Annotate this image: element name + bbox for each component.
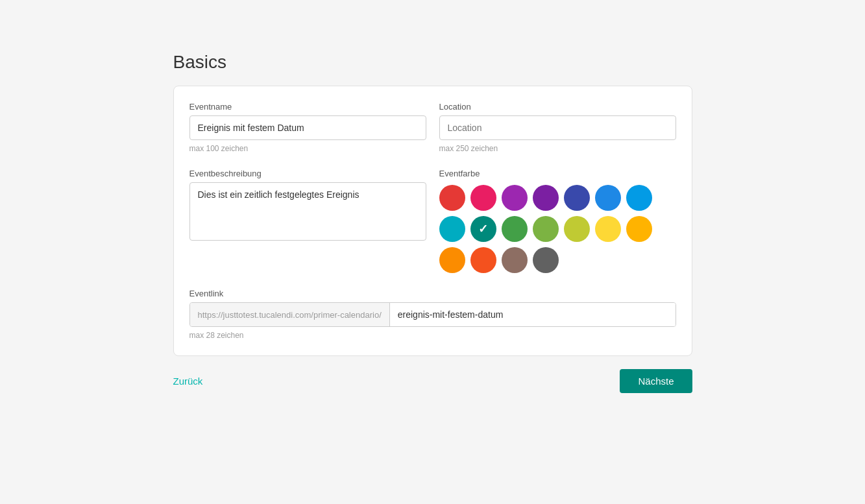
color-swatch-gray[interactable] <box>533 247 559 273</box>
color-swatch-red[interactable] <box>439 185 465 211</box>
color-swatch-sky-blue[interactable] <box>626 185 652 211</box>
description-group: Eventbeschreibung Dies ist ein zeitlich … <box>189 169 426 273</box>
color-swatch-deep-orange[interactable] <box>470 247 496 273</box>
eventlink-input[interactable] <box>390 303 676 326</box>
color-swatch-magenta[interactable] <box>502 185 528 211</box>
color-swatch-blue[interactable] <box>595 185 621 211</box>
color-swatch-cyan[interactable] <box>439 216 465 242</box>
location-input[interactable] <box>439 115 676 140</box>
form-card: Eventname max 100 zeichen Location max 2… <box>173 86 692 356</box>
color-grid <box>439 185 676 273</box>
color-swatch-brown[interactable] <box>502 247 528 273</box>
color-swatch-crimson[interactable] <box>470 185 496 211</box>
color-swatch-orange[interactable] <box>439 247 465 273</box>
eventlink-wrapper: https://justtotest.tucalendi.com/primer-… <box>189 302 676 327</box>
eventlink-prefix: https://justtotest.tucalendi.com/primer-… <box>190 303 390 326</box>
location-group: Location max 250 zeichen <box>439 102 676 153</box>
eventlink-label: Eventlink <box>189 289 676 298</box>
color-swatch-teal[interactable] <box>470 216 496 242</box>
description-input[interactable]: Dies ist ein zeitlich festgelegtes Ereig… <box>189 182 426 241</box>
eventlink-hint: max 28 zeichen <box>189 331 676 340</box>
next-button[interactable]: Nächste <box>620 369 692 393</box>
color-swatch-green[interactable] <box>502 216 528 242</box>
eventlink-group: Eventlink https://justtotest.tucalendi.c… <box>189 289 676 340</box>
color-swatch-lime[interactable] <box>564 216 590 242</box>
page-title: Basics <box>173 52 692 73</box>
color-swatch-purple[interactable] <box>533 185 559 211</box>
color-swatch-yellow[interactable] <box>595 216 621 242</box>
description-label: Eventbeschreibung <box>189 169 426 178</box>
color-swatch-amber[interactable] <box>626 216 652 242</box>
back-button[interactable]: Zurück <box>173 376 203 387</box>
location-label: Location <box>439 102 676 112</box>
eventname-group: Eventname max 100 zeichen <box>189 102 426 153</box>
eventfarbe-label: Eventfarbe <box>439 169 676 178</box>
eventname-input[interactable] <box>189 115 426 140</box>
color-swatch-navy[interactable] <box>564 185 590 211</box>
color-swatch-olive[interactable] <box>533 216 559 242</box>
eventname-label: Eventname <box>189 102 426 112</box>
bottom-nav: Zurück Nächste <box>173 369 692 393</box>
eventfarbe-group: Eventfarbe <box>439 169 676 273</box>
eventname-hint: max 100 zeichen <box>189 144 426 153</box>
location-hint: max 250 zeichen <box>439 144 676 153</box>
